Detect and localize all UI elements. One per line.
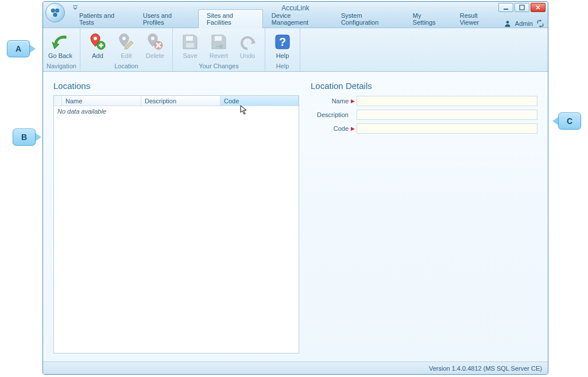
tab-results[interactable]: Result Viewer bbox=[451, 9, 504, 28]
button-label: Go Back bbox=[48, 52, 72, 59]
no-data-message: No data available bbox=[57, 108, 106, 115]
svg-point-0 bbox=[51, 9, 55, 13]
group-caption: Location bbox=[84, 61, 169, 71]
callout-b: B bbox=[13, 129, 36, 146]
svg-point-7 bbox=[94, 37, 97, 40]
client-area: Locations Name Description Code No data … bbox=[43, 72, 548, 362]
svg-point-2 bbox=[53, 13, 57, 17]
tab-patients[interactable]: Patients and Tests bbox=[71, 9, 134, 28]
user-icon bbox=[504, 20, 512, 28]
button-label: Undo bbox=[240, 52, 255, 59]
description-input[interactable] bbox=[357, 110, 537, 120]
tab-label: My Settings bbox=[413, 12, 436, 26]
ribbon-group-location: Add Edit Delete Location bbox=[80, 28, 173, 71]
callout-a-tail bbox=[30, 45, 36, 53]
button-label: Help bbox=[276, 52, 289, 59]
tab-sysconfig[interactable]: System Configuration bbox=[332, 9, 404, 28]
code-input[interactable] bbox=[357, 123, 537, 134]
svg-rect-4 bbox=[504, 9, 508, 10]
svg-text:?: ? bbox=[279, 36, 286, 48]
name-input[interactable] bbox=[357, 96, 537, 106]
tab-sites[interactable]: Sites and Facilities bbox=[198, 9, 263, 28]
field-row-code: Code ▶ bbox=[311, 123, 537, 134]
row-header-col[interactable] bbox=[54, 96, 62, 106]
col-label: Name bbox=[65, 98, 82, 104]
callout-a-label: A bbox=[16, 44, 21, 53]
field-label: Name bbox=[311, 98, 349, 104]
details-panel: Location Details Name ▶ Description Code bbox=[311, 81, 537, 362]
button-label: Edit bbox=[121, 52, 132, 59]
locations-panel: Locations Name Description Code No data … bbox=[53, 81, 299, 362]
ribbon-tabs: Patients and Tests Users and Profiles Si… bbox=[43, 14, 548, 28]
svg-rect-12 bbox=[186, 36, 193, 41]
svg-point-9 bbox=[122, 37, 126, 40]
ribbon-group-changes: Save Revert Undo Your Changes bbox=[173, 28, 265, 71]
button-label: Revert bbox=[210, 52, 228, 59]
status-bar: Version 1.4.0.4812 (MS SQL Server CE) bbox=[43, 362, 548, 374]
button-label: Delete bbox=[146, 52, 164, 59]
user-name[interactable]: Admin bbox=[515, 20, 533, 27]
version-text: Version 1.4.0.4812 (MS SQL Server CE) bbox=[429, 365, 542, 372]
svg-rect-13 bbox=[186, 43, 194, 48]
app-menu-orb[interactable] bbox=[45, 3, 65, 22]
ribbon: Go Back Navigation Add Edit bbox=[43, 28, 548, 72]
callout-c-label: C bbox=[567, 116, 572, 126]
svg-rect-14 bbox=[215, 36, 222, 41]
maximize-button[interactable] bbox=[514, 3, 529, 12]
locations-title: Locations bbox=[53, 81, 299, 91]
minimize-icon bbox=[503, 5, 509, 10]
svg-point-6 bbox=[506, 21, 509, 24]
grid-header: Name Description Code bbox=[54, 96, 299, 106]
save-icon bbox=[181, 33, 199, 51]
col-code[interactable]: Code bbox=[220, 96, 299, 106]
tab-device[interactable]: Device Management bbox=[263, 9, 332, 28]
field-row-name: Name ▶ bbox=[311, 95, 537, 107]
tab-label: Result Viewer bbox=[460, 12, 479, 26]
app-logo-icon bbox=[49, 6, 61, 19]
tab-mysettings[interactable]: My Settings bbox=[404, 9, 451, 28]
callout-b-label: B bbox=[21, 133, 27, 142]
ribbon-group-navigation: Go Back Navigation bbox=[43, 28, 80, 71]
tab-users[interactable]: Users and Profiles bbox=[134, 9, 198, 28]
close-icon bbox=[535, 5, 541, 10]
tab-label: Users and Profiles bbox=[143, 12, 172, 26]
col-label: Description bbox=[145, 98, 176, 104]
field-label: Code bbox=[311, 125, 349, 132]
details-title: Location Details bbox=[311, 81, 537, 91]
locations-grid[interactable]: Name Description Code No data available bbox=[53, 95, 299, 353]
svg-point-10 bbox=[151, 37, 154, 40]
edit-pin-icon bbox=[117, 33, 136, 51]
go-back-button[interactable]: Go Back bbox=[47, 30, 74, 61]
save-button: Save bbox=[176, 30, 204, 61]
required-indicator-icon: ▶ bbox=[351, 98, 354, 104]
button-label: Add bbox=[92, 52, 103, 59]
col-name[interactable]: Name bbox=[62, 96, 141, 106]
revert-icon bbox=[210, 33, 228, 51]
field-label: Description bbox=[311, 111, 349, 118]
revert-button: Revert bbox=[205, 30, 233, 61]
refresh-icon[interactable] bbox=[536, 20, 544, 28]
add-pin-icon bbox=[88, 33, 107, 51]
field-row-description: Description bbox=[311, 109, 537, 121]
svg-rect-5 bbox=[520, 5, 524, 10]
grid-body: No data available bbox=[54, 106, 299, 353]
edit-button: Edit bbox=[113, 30, 140, 61]
delete-button: Delete bbox=[141, 30, 169, 61]
undo-icon bbox=[238, 33, 257, 51]
col-description[interactable]: Description bbox=[141, 96, 220, 106]
close-button[interactable] bbox=[531, 3, 546, 12]
delete-pin-icon bbox=[146, 33, 164, 51]
help-icon: ? bbox=[273, 33, 292, 51]
group-caption: Navigation bbox=[47, 61, 76, 71]
tab-label: Sites and Facilities bbox=[207, 12, 233, 26]
callout-a: A bbox=[7, 40, 30, 57]
group-caption: Your Changes bbox=[176, 61, 261, 71]
back-arrow-icon bbox=[51, 33, 69, 51]
help-button[interactable]: ? Help bbox=[269, 30, 296, 61]
add-button[interactable]: Add bbox=[84, 30, 111, 61]
button-label: Save bbox=[183, 52, 197, 59]
required-indicator-icon: ▶ bbox=[351, 126, 354, 131]
callout-c: C bbox=[558, 112, 581, 130]
ribbon-group-help: ? Help Help bbox=[265, 28, 300, 71]
callout-b-tail bbox=[36, 133, 41, 141]
